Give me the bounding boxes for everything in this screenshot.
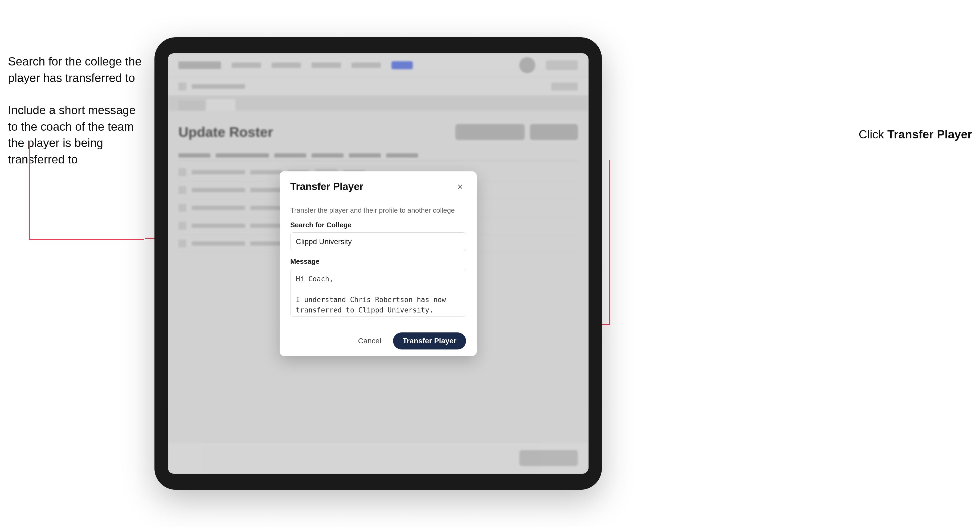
modal-title: Transfer Player — [290, 181, 454, 192]
modal-overlay: Transfer Player × Transfer the player an… — [168, 53, 589, 474]
search-college-input[interactable] — [290, 232, 466, 251]
tablet-device: Update Roster — [154, 37, 602, 490]
annotation-text-message: Include a short message to the coach of … — [8, 102, 146, 167]
annotation-left: Search for the college the player has tr… — [8, 53, 146, 184]
modal-body: Transfer the player and their profile to… — [280, 198, 477, 326]
modal-footer: Cancel Transfer Player — [280, 326, 477, 356]
transfer-player-modal: Transfer Player × Transfer the player an… — [280, 171, 477, 356]
annotation-text-search: Search for the college the player has tr… — [8, 53, 146, 86]
message-textarea[interactable] — [290, 269, 466, 317]
cancel-button[interactable]: Cancel — [352, 333, 387, 349]
annotation-right-text: Click Transfer Player — [859, 128, 972, 141]
close-icon: × — [457, 181, 463, 192]
tablet-screen: Update Roster — [168, 53, 589, 474]
annotation-right-bold: Transfer Player — [887, 128, 972, 141]
annotation-right: Click Transfer Player — [859, 128, 972, 141]
modal-subtitle: Transfer the player and their profile to… — [290, 206, 466, 214]
modal-header: Transfer Player × — [280, 171, 477, 198]
message-label: Message — [290, 257, 466, 266]
transfer-player-button[interactable]: Transfer Player — [393, 332, 466, 349]
search-college-label: Search for College — [290, 221, 466, 229]
modal-close-button[interactable]: × — [454, 181, 466, 193]
